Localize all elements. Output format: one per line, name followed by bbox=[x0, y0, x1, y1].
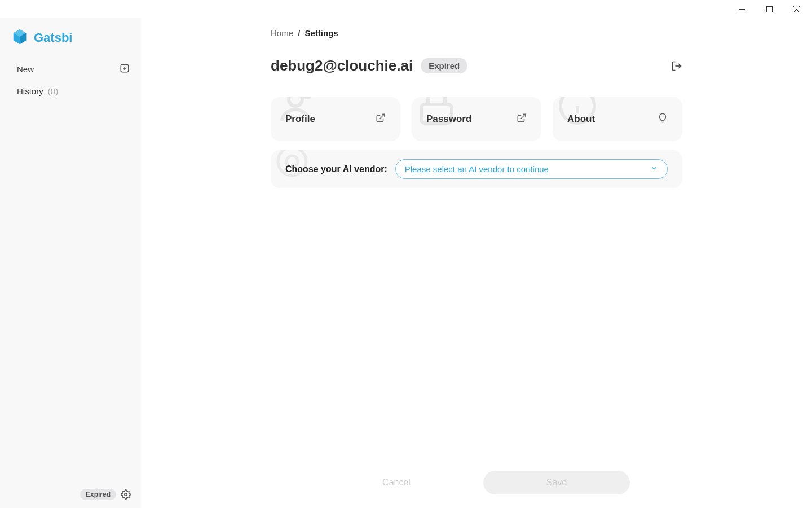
history-label: History bbox=[17, 86, 43, 96]
gear-icon[interactable] bbox=[121, 489, 131, 500]
close-button[interactable] bbox=[785, 1, 807, 17]
chevron-down-icon bbox=[650, 164, 658, 174]
profile-label: Profile bbox=[285, 113, 315, 125]
svg-point-10 bbox=[304, 97, 311, 98]
about-card[interactable]: About bbox=[553, 97, 682, 141]
app-name: Gatsbi bbox=[34, 30, 72, 45]
sidebar: Gatsbi New History (0) Expired bbox=[0, 18, 141, 508]
svg-line-13 bbox=[521, 114, 526, 119]
account-status-badge: Expired bbox=[421, 58, 467, 73]
vendor-select[interactable]: Please select an AI vendor to continue bbox=[395, 159, 668, 179]
svg-point-9 bbox=[289, 97, 302, 106]
account-header: debug2@clouchie.ai Expired bbox=[271, 57, 682, 75]
account-email: debug2@clouchie.ai bbox=[271, 57, 413, 75]
sidebar-item-history[interactable]: History (0) bbox=[0, 81, 141, 102]
titlebar bbox=[0, 0, 812, 18]
save-button[interactable]: Save bbox=[483, 471, 630, 494]
maximize-button[interactable] bbox=[758, 1, 780, 17]
new-label: New bbox=[17, 64, 34, 74]
breadcrumb-current: Settings bbox=[305, 28, 338, 38]
bulb-icon bbox=[657, 113, 668, 125]
about-label: About bbox=[567, 113, 595, 125]
svg-point-7 bbox=[125, 493, 127, 496]
settings-cards: Profile Password bbox=[271, 97, 682, 141]
breadcrumb: Home / Settings bbox=[271, 28, 682, 38]
action-bar: Cancel Save bbox=[141, 471, 812, 494]
logout-button[interactable] bbox=[671, 60, 682, 72]
vendor-section: Choose your AI vendor: Please select an … bbox=[271, 150, 682, 188]
svg-rect-1 bbox=[766, 6, 772, 12]
password-label: Password bbox=[426, 113, 471, 125]
svg-line-11 bbox=[380, 114, 385, 119]
breadcrumb-home[interactable]: Home bbox=[271, 28, 293, 38]
logo[interactable]: Gatsbi bbox=[0, 23, 141, 58]
vendor-label: Choose your AI vendor: bbox=[285, 164, 387, 174]
cancel-button[interactable]: Cancel bbox=[323, 471, 470, 494]
breadcrumb-separator: / bbox=[298, 28, 300, 38]
plus-icon[interactable] bbox=[120, 63, 130, 75]
logo-icon bbox=[11, 28, 28, 47]
profile-card[interactable]: Profile bbox=[271, 97, 400, 141]
sidebar-item-new[interactable]: New bbox=[0, 58, 141, 81]
status-badge: Expired bbox=[80, 489, 116, 500]
external-link-icon bbox=[376, 113, 386, 125]
history-count: (0) bbox=[48, 86, 58, 96]
minimize-button[interactable] bbox=[731, 1, 753, 17]
sidebar-footer: Expired bbox=[0, 481, 141, 508]
main-content: Home / Settings debug2@clouchie.ai Expir… bbox=[141, 18, 812, 508]
vendor-placeholder: Please select an AI vendor to continue bbox=[405, 164, 549, 174]
external-link-icon bbox=[517, 113, 527, 125]
password-card[interactable]: Password bbox=[412, 97, 541, 141]
